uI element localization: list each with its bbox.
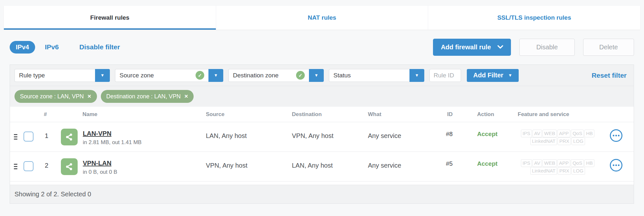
table-header: # Name Source Destination What ID Action… — [10, 107, 634, 122]
source-cell: VPN, Any host — [206, 162, 247, 169]
feature-badge: PRX — [558, 167, 571, 175]
close-icon[interactable]: ✕ — [87, 93, 91, 99]
rule-traffic-stats: in 0 B, out 0 B — [83, 169, 117, 175]
feature-badge: LOG — [572, 167, 585, 175]
feature-badge: AV — [533, 130, 542, 137]
feature-badges-line1: IPSAVWEBAPPQoSHB — [514, 130, 601, 137]
tab-firewall-rules[interactable]: Firewall rules — [4, 6, 216, 30]
column-header-num: # — [44, 111, 47, 118]
share-network-icon — [61, 129, 78, 145]
source-zone-dropdown[interactable]: Source zone ✓ ▼ — [115, 69, 223, 82]
action-cell: Accept — [477, 160, 497, 167]
feature-badge: WEB — [543, 159, 557, 167]
feature-badge: LinkedNAT — [530, 137, 557, 145]
status-dropdown[interactable]: Status ▼ — [329, 69, 424, 82]
add-filter-button[interactable]: Add Filter ▼ — [467, 69, 519, 82]
add-filter-label: Add Filter — [473, 72, 503, 79]
action-cell: Accept — [477, 131, 497, 138]
filter-bar: Rule type ▼ Source zone ✓ ▼ Destination … — [10, 65, 634, 86]
source-cell: LAN, Any host — [206, 132, 247, 140]
feature-badge: IPS — [521, 159, 532, 167]
chevron-down-icon — [497, 45, 503, 49]
toolbar: IPv4 IPv6 Disable filter Add firewall ru… — [10, 37, 634, 57]
feature-badge: HB — [584, 159, 594, 167]
toolbar-actions: Add firewall rule Disable Delete — [433, 39, 634, 56]
table-footer: Showing 2 of 2. Selected 0 — [10, 185, 634, 203]
dropdown-label-text: Destination zone — [233, 72, 279, 79]
feature-badge: HB — [584, 130, 594, 137]
rule-type-tabbar: Firewall rules NAT rules SSL/TLS inspect… — [4, 6, 640, 30]
delete-button[interactable]: Delete — [583, 39, 634, 56]
table-row: 2 VPN-LAN in 0 B, out 0 B VPN, Any host … — [10, 152, 634, 182]
rule-id-cell: #8 — [446, 131, 453, 138]
add-firewall-rule-label: Add firewall rule — [441, 44, 491, 51]
rule-type-dropdown-label: Rule type — [14, 69, 95, 82]
drag-handle-icon[interactable] — [14, 164, 17, 169]
disable-filter-link[interactable]: Disable filter — [79, 43, 120, 51]
column-header-source: Source — [206, 111, 225, 118]
status-dropdown-label: Status — [329, 69, 409, 82]
chip-label: Source zone : LAN, VPN — [20, 93, 84, 100]
feature-badges: IPSAVWEBAPPQoSHB LinkedNATPRXLOG — [514, 159, 601, 175]
caret-down-icon[interactable]: ▼ — [409, 69, 424, 82]
caret-down-icon: ▼ — [508, 73, 512, 78]
filter-chip-source-zone: Source zone : LAN, VPN ✕ — [14, 90, 97, 103]
feature-badge: AV — [533, 159, 542, 167]
column-header-id: ID — [447, 111, 453, 118]
feature-badge: LinkedNAT — [530, 167, 557, 175]
rule-name-link[interactable]: VPN-LAN — [83, 160, 111, 167]
active-filter-chips: Source zone : LAN, VPN ✕ Destination zon… — [10, 86, 634, 107]
table-spacer — [10, 182, 634, 185]
row-checkbox[interactable] — [24, 161, 34, 171]
rule-type-dropdown[interactable]: Rule type ▼ — [14, 69, 110, 82]
reset-filter-link[interactable]: Reset filter — [591, 72, 629, 79]
ipv6-toggle[interactable]: IPv6 — [45, 43, 59, 51]
rule-id-cell: #5 — [446, 160, 453, 167]
feature-badge: PRX — [558, 137, 571, 145]
feature-badge: QoS — [571, 159, 584, 167]
ipv4-toggle[interactable]: IPv4 — [10, 41, 35, 54]
what-cell: Any service — [368, 162, 401, 169]
row-number: 1 — [45, 132, 48, 140]
feature-badge: QoS — [571, 130, 584, 137]
column-header-feature: Feature and service — [518, 111, 569, 118]
feature-badges: IPSAVWEBAPPQoSHB LinkedNATPRXLOG — [514, 130, 601, 145]
share-network-icon — [61, 158, 78, 175]
feature-badge: APP — [557, 130, 570, 137]
rule-name-link[interactable]: LAN-VPN — [83, 130, 111, 137]
row-menu-ellipsis-icon[interactable] — [610, 129, 622, 142]
rule-id-input[interactable] — [429, 69, 461, 82]
row-menu-ellipsis-icon[interactable] — [610, 159, 622, 172]
check-icon: ✓ — [196, 71, 204, 80]
tab-nat-rules[interactable]: NAT rules — [216, 6, 428, 30]
dropdown-label-text: Status — [333, 72, 351, 79]
column-header-destination: Destination — [292, 111, 322, 118]
caret-down-icon[interactable]: ▼ — [95, 69, 110, 82]
caret-down-icon[interactable]: ▼ — [309, 69, 324, 82]
row-checkbox[interactable] — [24, 132, 34, 142]
source-zone-dropdown-label: Source zone ✓ — [115, 69, 208, 82]
add-firewall-rule-button[interactable]: Add firewall rule — [433, 39, 511, 56]
column-header-action: Action — [477, 111, 494, 118]
feature-badge: LOG — [572, 137, 585, 145]
feature-badges-line2: LinkedNATPRXLOG — [514, 167, 601, 175]
disable-button[interactable]: Disable — [519, 39, 575, 56]
table-row: 1 LAN-VPN in 2.81 MB, out 1.41 MB LAN, A… — [10, 122, 634, 152]
showing-status-text: Showing 2 of 2. Selected 0 — [14, 191, 91, 198]
row-number: 2 — [45, 162, 48, 169]
caret-down-icon[interactable]: ▼ — [208, 69, 223, 82]
feature-badges-line2: LinkedNATPRXLOG — [514, 137, 601, 145]
destination-zone-dropdown[interactable]: Destination zone ✓ ▼ — [228, 69, 324, 82]
firewall-rules-panel: Rule type ▼ Source zone ✓ ▼ Destination … — [10, 64, 634, 204]
column-header-what: What — [368, 111, 381, 118]
column-header-name: Name — [82, 111, 97, 118]
tab-ssl-tls-inspection-rules[interactable]: SSL/TLS inspection rules — [428, 6, 640, 30]
feature-badge: IPS — [521, 130, 532, 137]
close-icon[interactable]: ✕ — [184, 93, 188, 99]
destination-zone-dropdown-label: Destination zone ✓ — [228, 69, 309, 82]
dropdown-label-text: Rule type — [19, 72, 45, 79]
filter-chip-destination-zone: Destination zone : LAN, VPN ✕ — [101, 90, 194, 103]
drag-handle-icon[interactable] — [14, 134, 17, 140]
chip-label: Destination zone : LAN, VPN — [106, 93, 181, 100]
what-cell: Any service — [368, 132, 401, 140]
